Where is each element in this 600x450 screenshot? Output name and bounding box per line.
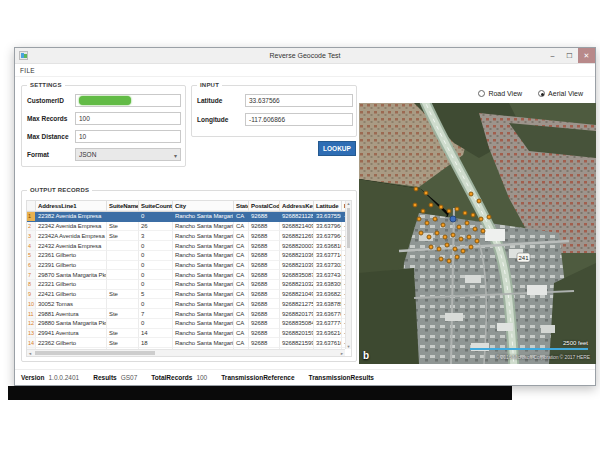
table-row[interactable]: 729870 Santa Margarita Pkwy0Rancho Santa… xyxy=(27,270,345,280)
map-pin-orange[interactable] xyxy=(433,217,438,222)
table-row[interactable]: 1329941 AventuraSte14Rancho Santa Margar… xyxy=(27,329,345,339)
table-row[interactable]: 1129881 AventuraSte7Rancho Santa Margari… xyxy=(27,309,345,319)
table-cell: CA xyxy=(234,251,249,261)
map-pin-blue[interactable] xyxy=(450,216,457,223)
scroll-right-icon[interactable]: ► xyxy=(340,350,344,356)
table-row[interactable]: 622391 Gilberto0Rancho Santa MargaritaCA… xyxy=(27,261,345,271)
map-pin-orange[interactable] xyxy=(473,227,478,232)
table-row[interactable]: 1229880 Santa Margarita Pkwy0Rancho Sant… xyxy=(27,319,345,329)
column-header[interactable]: State xyxy=(234,201,249,211)
titlebar[interactable]: Reverse Geocode Test – ☐ ✕ xyxy=(15,48,595,64)
map-pin-orange[interactable] xyxy=(479,217,484,222)
table-cell: 92688201599 xyxy=(280,329,314,339)
lookup-button[interactable]: LOOKUP xyxy=(318,141,356,156)
table-row[interactable]: 322342A Avenida EmpresaSte3Rancho Santa … xyxy=(27,231,345,241)
map-pin-orange[interactable] xyxy=(437,247,442,252)
longitude-input[interactable]: -117.606866 xyxy=(245,113,353,126)
map-pin-orange[interactable] xyxy=(469,192,474,197)
map-pin-orange[interactable] xyxy=(447,259,452,264)
map-pin-orange[interactable] xyxy=(471,213,476,218)
map-pin-orange[interactable] xyxy=(455,255,460,260)
map-pin-orange[interactable] xyxy=(424,191,429,196)
scroll-down-icon[interactable]: ▼ xyxy=(346,344,351,349)
map-pin-orange[interactable] xyxy=(475,239,480,244)
customerid-input[interactable] xyxy=(75,94,181,107)
table-cell: Rancho Santa Margarita xyxy=(173,299,234,309)
map-pin-orange[interactable] xyxy=(439,257,444,262)
map-pin-orange[interactable] xyxy=(459,237,464,242)
map-pin-orange[interactable] xyxy=(463,211,468,216)
map-pin-orange[interactable] xyxy=(414,187,419,192)
menu-item-file[interactable]: FILE xyxy=(20,67,35,74)
column-header[interactable]: PostalCode xyxy=(249,201,280,211)
menu-bar: FILE xyxy=(15,64,595,77)
vertical-scroll-thumb[interactable] xyxy=(347,208,350,248)
table-row[interactable]: 922421 GilbertoSte5Rancho Santa Margarit… xyxy=(27,290,345,300)
table-row[interactable]: 222342 Avenida EmpresaSte26Rancho Santa … xyxy=(27,222,345,232)
table-cell: 29880 Santa Margarita Pkwy xyxy=(36,319,107,329)
map-pin-orange[interactable] xyxy=(465,221,470,226)
map-pin-orange[interactable] xyxy=(421,209,426,214)
format-select[interactable]: JSON ▾ xyxy=(75,148,181,161)
table-cell xyxy=(107,212,139,222)
map-pin-orange[interactable] xyxy=(453,247,458,252)
column-header[interactable]: SuiteCount xyxy=(139,201,173,211)
latitude-input[interactable]: 33.637566 xyxy=(245,94,353,107)
table-row[interactable]: 1030052 Tomas0Rancho Santa MargaritaCA92… xyxy=(27,299,345,309)
row-number-cell: 3 xyxy=(27,231,36,241)
map-pin-orange[interactable] xyxy=(413,203,418,208)
column-header[interactable]: SuiteName xyxy=(107,201,139,211)
aerial-map[interactable]: 241 2500 feet © 2016 Microsoft Corporati… xyxy=(359,103,596,364)
table-row[interactable]: 422432 Avenida Empresa0Rancho Santa Marg… xyxy=(27,241,345,251)
map-pin-orange[interactable] xyxy=(435,231,440,236)
status-label: Results xyxy=(93,374,116,381)
map-pin-orange[interactable] xyxy=(481,229,486,234)
table-row[interactable]: 522361 Gilberto0Rancho Santa MargaritaCA… xyxy=(27,251,345,261)
map-pin-orange[interactable] xyxy=(429,245,434,250)
road-view-radio[interactable]: Road View xyxy=(478,90,522,97)
table-row[interactable]: 122382 Avenida Empresa0Rancho Santa Marg… xyxy=(27,212,345,222)
radio-unselected-icon xyxy=(478,90,485,97)
map-pin-orange[interactable] xyxy=(461,249,466,254)
table-cell: 0 xyxy=(139,319,173,329)
table-cell: 33.637714 xyxy=(314,251,342,261)
map-pin-orange[interactable] xyxy=(429,203,434,208)
map-pin-orange[interactable] xyxy=(447,209,452,214)
table-row[interactable]: 822321 Gilberto0Rancho Santa MargaritaCA… xyxy=(27,280,345,290)
table-cell: 92688350840 xyxy=(280,319,314,329)
map-pin-orange[interactable] xyxy=(469,245,474,250)
map-pin-orange[interactable] xyxy=(457,225,462,230)
table-row[interactable]: 1422362 GilbertoSte18Rancho Santa Margar… xyxy=(27,338,345,348)
scroll-up-icon[interactable]: ▲ xyxy=(346,201,351,206)
map-pin-orange[interactable] xyxy=(451,233,456,238)
max-records-input[interactable]: 100 xyxy=(75,112,181,125)
vertical-scrollbar[interactable]: ▲ ▼ xyxy=(345,201,351,349)
map-pin-orange[interactable] xyxy=(441,223,446,228)
map-pin-orange[interactable] xyxy=(419,231,424,236)
aerial-view-radio[interactable]: Aerial View xyxy=(538,90,583,97)
map-pin-orange[interactable] xyxy=(445,243,450,248)
column-header[interactable]: AddressLine1 xyxy=(36,201,107,211)
horizontal-scroll-thumb[interactable] xyxy=(35,351,155,355)
table-cell: Rancho Santa Margarita xyxy=(173,270,234,280)
customerid-label: CustomerID xyxy=(27,97,75,104)
map-pin-orange[interactable] xyxy=(427,235,432,240)
map-pin-orange[interactable] xyxy=(443,235,448,240)
column-header[interactable]: City xyxy=(173,201,234,211)
map-pin-orange[interactable] xyxy=(467,235,472,240)
status-label: TransmissionResults xyxy=(309,374,374,381)
map-pin-orange[interactable] xyxy=(425,221,430,226)
column-header[interactable]: AddressKey xyxy=(280,201,314,211)
horizontal-scrollbar[interactable]: ◄ ► xyxy=(27,349,345,356)
column-header[interactable]: Latitude xyxy=(314,201,342,211)
map-pin-orange[interactable] xyxy=(477,199,482,204)
row-number-cell: 2 xyxy=(27,222,36,232)
map-pin-orange[interactable] xyxy=(439,205,444,210)
max-distance-input[interactable]: 10 xyxy=(75,130,181,143)
scroll-left-icon[interactable]: ◄ xyxy=(28,350,32,356)
table-cell: 22361 Gilberto xyxy=(36,251,107,261)
map-pin-orange[interactable] xyxy=(455,207,460,212)
map-pin-orange[interactable] xyxy=(417,217,422,222)
map-view-toggle: Road View Aerial View xyxy=(478,90,583,97)
map-pin-orange[interactable] xyxy=(487,215,492,220)
